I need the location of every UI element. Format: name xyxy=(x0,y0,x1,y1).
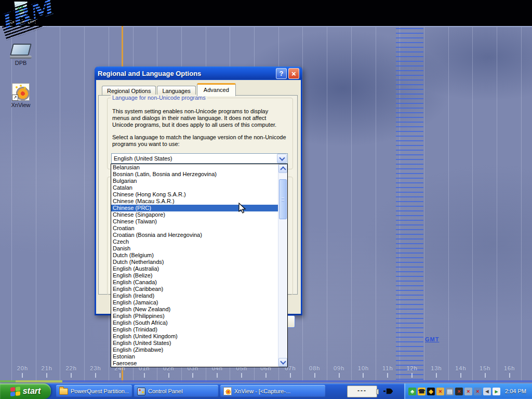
users-offline-icon[interactable]: × xyxy=(436,388,444,395)
taskbar-button[interactable]: Control Panel xyxy=(134,385,218,397)
desktop-icon-label: XnView xyxy=(6,102,35,108)
taskbar-button-label: PowerQuest Partition... xyxy=(71,388,129,394)
list-item[interactable]: Dutch (Belgium) xyxy=(111,252,278,259)
timeline-tick xyxy=(411,373,413,378)
close-button[interactable]: × xyxy=(288,68,299,79)
list-item[interactable]: English (Trinidad) xyxy=(111,326,278,333)
taskbar-buttons: PowerQuest Partition...Control PanelXnVi… xyxy=(56,385,325,397)
taskbar-button[interactable]: XnView - [<Capture-... xyxy=(220,385,325,397)
timeline-tick xyxy=(168,373,169,378)
list-item[interactable]: English (South Africa) xyxy=(111,320,278,326)
list-item[interactable]: Belarusian xyxy=(111,164,278,171)
list-item[interactable]: Chinese (Macau S.A.R.) xyxy=(111,198,278,205)
gmt-ladder-strip xyxy=(396,28,423,381)
display-error-icon[interactable]: × xyxy=(464,388,472,395)
list-item[interactable]: Bosnian (Latin, Bosnia and Herzegovina) xyxy=(111,171,278,178)
network-drive-disconnected-icon[interactable]: × xyxy=(455,388,463,395)
timeline-tick xyxy=(436,373,437,378)
xnview-icon xyxy=(223,387,232,395)
taskbar-button[interactable]: PowerQuest Partition... xyxy=(56,385,132,397)
list-item[interactable]: English (New Zealand) xyxy=(111,306,278,313)
timeline-tick xyxy=(192,373,193,378)
alert-diamond-icon[interactable]: ◆ xyxy=(427,388,435,395)
list-item[interactable]: English (Jamaica) xyxy=(111,299,278,306)
timezone-line xyxy=(84,27,85,382)
battery-meter[interactable]: --- xyxy=(347,385,377,397)
list-item[interactable]: Bulgarian xyxy=(111,178,278,184)
start-button-label: start xyxy=(23,387,41,396)
timeline-tick xyxy=(46,373,47,378)
list-item[interactable]: Chinese (PRC) xyxy=(111,205,278,211)
list-item[interactable]: English (Caribbean) xyxy=(111,286,278,292)
combobox-value: English (United States) xyxy=(112,155,277,162)
list-item[interactable]: Estonian xyxy=(111,353,278,360)
windows-flag-icon xyxy=(10,387,20,396)
list-item[interactable]: English (Canada) xyxy=(111,279,278,286)
start-button[interactable]: start xyxy=(0,383,51,399)
timeline-tick xyxy=(119,373,121,378)
tab-advanced[interactable]: Advanced xyxy=(197,83,236,96)
system-tray: ♣☎◆×▤×××◄▸ 2:04 PM xyxy=(404,383,532,399)
list-item[interactable]: English (United Kingdom) xyxy=(111,333,278,340)
timeline-hour: 21h xyxy=(35,365,59,378)
list-item[interactable]: Danish xyxy=(111,245,278,252)
desktop-icon-dpb[interactable]: DPB xyxy=(5,44,36,66)
scroll-up-button[interactable] xyxy=(278,164,287,173)
timeline-hour: 08h xyxy=(302,365,327,378)
dialog-titlebar[interactable]: Regional and Language Options ? × xyxy=(95,66,302,80)
list-item[interactable]: English (Belize) xyxy=(111,272,278,279)
timeline-tick xyxy=(339,373,340,378)
green-utility-icon[interactable]: ♣ xyxy=(408,388,416,395)
taskbar: start PowerQuest Partition...Control Pan… xyxy=(0,383,532,399)
timezone-line xyxy=(521,27,522,382)
language-combobox[interactable]: English (United States) xyxy=(111,153,288,164)
timezone-line xyxy=(327,27,327,382)
control-panel-icon xyxy=(137,388,145,395)
list-scrollbar[interactable] xyxy=(278,164,287,367)
taskbar-clock[interactable]: 2:04 PM xyxy=(505,388,526,394)
gmt-label: GMT xyxy=(425,336,439,342)
timeline-tick xyxy=(265,373,267,378)
list-item[interactable]: Chinese (Taiwan) xyxy=(111,218,278,225)
list-item[interactable]: English (Australia) xyxy=(111,265,278,272)
list-item[interactable]: Chinese (Hong Kong S.A.R.) xyxy=(111,191,278,198)
timezone-line xyxy=(60,27,60,382)
list-item[interactable]: Czech xyxy=(111,238,278,245)
combobox-dropdown-button[interactable] xyxy=(277,154,287,163)
volume-icon[interactable]: ◄ xyxy=(483,388,491,395)
list-item[interactable]: Chinese (Singapore) xyxy=(111,211,278,218)
chevron-down-icon xyxy=(279,155,285,161)
scroll-down-button[interactable] xyxy=(278,358,287,367)
timeline-hour: 11h xyxy=(376,365,400,378)
list-item[interactable]: English (United States) xyxy=(111,340,278,347)
chevron-down-icon xyxy=(280,358,286,364)
timeline-hour: 16h xyxy=(497,365,522,378)
network-disconnected-icon[interactable]: × xyxy=(474,388,482,395)
list-item[interactable]: Faeroese xyxy=(111,360,278,367)
list-item[interactable]: English (Philippines) xyxy=(111,313,278,320)
list-item[interactable]: Catalan xyxy=(111,184,278,191)
scheduled-task-icon[interactable]: ▸ xyxy=(493,388,500,395)
timezone-line xyxy=(11,27,12,382)
timezone-line xyxy=(497,27,497,382)
timeline-hour: 10h xyxy=(351,365,376,378)
timezone-line xyxy=(376,27,376,382)
list-item[interactable]: Croatian xyxy=(111,225,278,232)
scrollbar-thumb[interactable] xyxy=(279,179,287,219)
list-item[interactable]: English (Ireland) xyxy=(111,292,278,299)
timeline-hour: 15h xyxy=(473,365,497,378)
timeline-tick xyxy=(22,373,23,378)
top-black-bar: ♻ Recycle Bin IBM xyxy=(0,0,532,26)
help-button[interactable]: ? xyxy=(276,68,287,79)
list-items: BelarusianBosnian (Latin, Bosnia and Her… xyxy=(111,164,278,367)
timezone-line xyxy=(424,27,424,382)
desktop-icon-xnview[interactable]: ↗ XnView xyxy=(6,83,35,108)
phone-status-icon[interactable]: ☎ xyxy=(418,388,425,395)
list-item[interactable]: Dutch (Netherlands) xyxy=(111,259,278,265)
computer-icon[interactable]: ▤ xyxy=(446,388,454,395)
list-item[interactable]: English (Zimbabwe) xyxy=(111,347,278,353)
timezone-line xyxy=(448,27,449,382)
list-item[interactable]: Croatian (Bosnia and Herzegovina) xyxy=(111,232,278,238)
timezone-line xyxy=(351,27,352,382)
taskbar-button-label: XnView - [<Capture-... xyxy=(234,388,290,394)
